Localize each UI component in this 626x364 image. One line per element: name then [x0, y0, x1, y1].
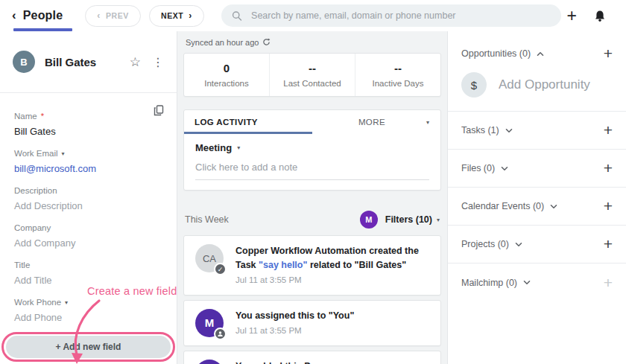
chevron-down-icon: [501, 166, 508, 171]
topbar-actions: +: [567, 8, 606, 23]
feed-text: You assigned this to "You": [235, 310, 354, 321]
add-task-plus-icon[interactable]: +: [604, 124, 613, 137]
star-icon[interactable]: ☆: [130, 54, 141, 70]
stat-interactions-value: 0: [224, 62, 230, 74]
chevron-left-icon: ‹: [97, 10, 101, 21]
add-project-plus-icon[interactable]: +: [604, 237, 613, 251]
field-work-phone: Work Phone ▾ Add Phone: [14, 298, 162, 323]
add-calendar-event-plus-icon[interactable]: +: [604, 199, 613, 213]
prev-button[interactable]: ‹ PREV: [85, 5, 141, 27]
activity-type-dropdown[interactable]: Meeting ▾: [195, 142, 429, 153]
chevron-down-icon: [523, 280, 531, 285]
section-label: Projects (0): [461, 239, 509, 249]
filters-control[interactable]: M Filters (10) ▾: [360, 211, 440, 229]
contact-avatar: B: [13, 51, 35, 73]
stat-last-contacted-label: Last Contacted: [283, 79, 341, 88]
person-badge-icon: [214, 328, 227, 340]
tab-log-activity[interactable]: LOG ACTIVITY: [184, 118, 258, 127]
notifications-bell-icon[interactable]: [594, 10, 606, 22]
section-label: Files (0): [461, 163, 495, 173]
section-opportunities: Opportunities (0) + $ Add Opportunity: [448, 31, 626, 112]
feed-text: You added this Person: [235, 361, 336, 364]
section-calendar-events-header[interactable]: Calendar Events (0): [461, 201, 557, 211]
section-tasks-header[interactable]: Tasks (1): [461, 125, 513, 135]
section-label: Calendar Events (0): [461, 201, 544, 211]
task-check-badge-icon: ✓: [214, 263, 227, 275]
next-button[interactable]: NEXT ›: [149, 5, 204, 27]
main-content: B Bill Gates ☆ ⋮ Name * Bill Gate: [0, 31, 626, 364]
field-name: Name * Bill Gates: [14, 112, 162, 137]
feed-text: related to "Bill Gates": [307, 260, 406, 270]
field-title-label: Title: [14, 261, 30, 269]
global-search[interactable]: [221, 4, 561, 27]
field-work-email: Work Email ▾ bill@microsoft.com: [14, 149, 162, 174]
chevron-down-icon: [515, 242, 522, 247]
search-icon: [232, 10, 242, 22]
back-chevron-icon[interactable]: ‹: [12, 8, 16, 23]
section-opportunities-header[interactable]: Opportunities (0): [461, 48, 544, 59]
contact-header: B Bill Gates ☆ ⋮: [0, 31, 177, 93]
active-tab-underline: [184, 132, 312, 134]
tab-more[interactable]: MORE: [358, 118, 385, 127]
caret-down-icon[interactable]: ▾: [62, 150, 65, 157]
caret-down-icon[interactable]: ▾: [65, 299, 68, 306]
avatar-initials: CA: [203, 253, 216, 264]
section-files-header[interactable]: Files (0): [461, 163, 508, 173]
kebab-menu-icon[interactable]: ⋮: [152, 55, 164, 69]
task-link[interactable]: "say hello": [259, 260, 307, 270]
field-work-phone-label: Work Phone: [14, 298, 61, 307]
field-title: Title Add Title: [14, 261, 162, 286]
stat-inactive-days-value: --: [394, 62, 402, 74]
section-projects-header[interactable]: Projects (0): [461, 239, 522, 249]
prev-button-label: PREV: [106, 11, 129, 20]
avatar-user-m: M: [195, 309, 224, 337]
caret-down-icon: ▾: [237, 144, 240, 151]
avatar-copper-automation: CA ✓: [195, 244, 224, 272]
field-name-value[interactable]: Bill Gates: [14, 126, 162, 137]
contact-details-panel: B Bill Gates ☆ ⋮ Name * Bill Gate: [0, 31, 177, 364]
section-mailchimp-header[interactable]: Mailchimp (0): [461, 278, 531, 288]
stat-inactive-days-label: Inactive Days: [372, 79, 423, 88]
field-company-value[interactable]: Add Company: [14, 237, 162, 249]
field-work-email-label: Work Email: [14, 149, 58, 158]
feed-item-assigned: M You assigned this to "You" Jul 11 at 3…: [183, 300, 441, 346]
field-description-value[interactable]: Add Description: [14, 200, 162, 211]
add-file-plus-icon[interactable]: +: [604, 162, 613, 175]
required-marker: *: [41, 112, 44, 121]
note-input[interactable]: Click here to add a note: [195, 162, 429, 180]
feed-filter-row: This Week M Filters (10) ▾: [183, 209, 441, 230]
page-title: People: [23, 9, 63, 22]
caret-down-icon: ▾: [437, 217, 440, 223]
feed-timestamp: Jul 11 at 3:55 PM: [235, 325, 354, 337]
section-tasks: Tasks (1) +: [448, 112, 626, 150]
add-mailchimp-plus-icon[interactable]: +: [604, 276, 613, 290]
add-opportunity-button[interactable]: $ Add Opportunity: [461, 72, 613, 98]
stat-interactions-label: Interactions: [204, 79, 248, 88]
activity-type-label: Meeting: [195, 142, 232, 153]
section-files: Files (0) +: [448, 150, 626, 188]
field-work-email-value[interactable]: bill@microsoft.com: [14, 163, 162, 174]
add-opportunity-plus-icon[interactable]: +: [604, 47, 613, 60]
section-calendar-events: Calendar Events (0) +: [448, 188, 626, 226]
chevron-up-icon: [537, 51, 544, 57]
search-input[interactable]: [251, 10, 551, 21]
field-name-label: Name: [14, 112, 37, 121]
field-company-label: Company: [14, 223, 51, 232]
chevron-down-icon: [505, 128, 513, 133]
week-label: This Week: [185, 214, 229, 225]
title-active-underline: [13, 28, 72, 31]
avatar-initials: M: [205, 316, 215, 329]
add-new-icon[interactable]: +: [567, 8, 577, 23]
add-new-field-button[interactable]: + Add new field: [6, 336, 171, 358]
contact-header-actions: ☆ ⋮: [130, 54, 164, 70]
annotation-text: Create a new field: [87, 285, 177, 297]
contact-name: Bill Gates: [45, 56, 96, 68]
field-work-phone-value[interactable]: Add Phone: [14, 312, 162, 323]
more-caret-icon[interactable]: ▾: [426, 119, 429, 126]
sync-refresh-icon[interactable]: [262, 38, 271, 46]
log-tabs: LOG ACTIVITY MORE ▾: [184, 110, 440, 134]
activity-panel: Synced an hour ago 0 Interactions -- Las…: [177, 31, 447, 364]
field-title-value[interactable]: Add Title: [14, 275, 162, 286]
activity-feed: CA ✓ Copper Workflow Automation created …: [183, 235, 441, 364]
copy-icon[interactable]: [154, 105, 164, 116]
